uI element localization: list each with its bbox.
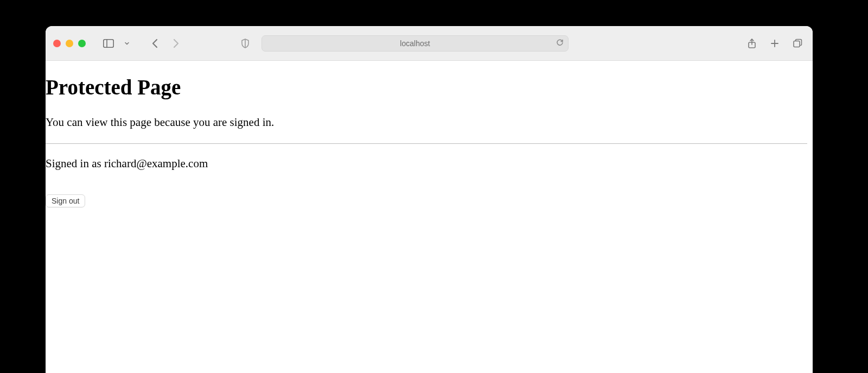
reload-button[interactable]: [556, 39, 564, 48]
signed-in-prefix: Signed in as: [46, 157, 104, 170]
address-bar-text: localhost: [400, 39, 430, 48]
minimize-window-button[interactable]: [66, 40, 73, 47]
signed-in-status: Signed in as richard@example.com: [46, 157, 807, 170]
page-title: Protected Page: [46, 75, 807, 99]
tab-overview-button[interactable]: [790, 36, 805, 51]
share-button[interactable]: [744, 36, 760, 51]
back-button[interactable]: [148, 36, 163, 51]
browser-window: localhost: [46, 26, 813, 373]
window-controls: [53, 40, 86, 47]
signed-in-email: richard@example.com: [104, 157, 208, 170]
browser-toolbar: localhost: [46, 26, 813, 61]
tab-group-menu-button[interactable]: [119, 36, 135, 51]
privacy-shield-icon[interactable]: [238, 36, 253, 51]
address-bar[interactable]: localhost: [261, 35, 569, 52]
svg-rect-0: [104, 39, 113, 47]
page-message: You can view this page because you are s…: [46, 116, 807, 129]
sidebar-toggle-button[interactable]: [101, 36, 116, 51]
fullscreen-window-button[interactable]: [78, 40, 86, 47]
close-window-button[interactable]: [53, 40, 61, 47]
new-tab-button[interactable]: [767, 36, 782, 51]
svg-rect-7: [794, 41, 800, 47]
sign-out-button[interactable]: Sign out: [46, 194, 85, 207]
page-viewport: Protected Page You can view this page be…: [46, 75, 813, 373]
toolbar-right-actions: [744, 36, 805, 51]
divider: [46, 143, 807, 144]
forward-button[interactable]: [168, 36, 183, 51]
